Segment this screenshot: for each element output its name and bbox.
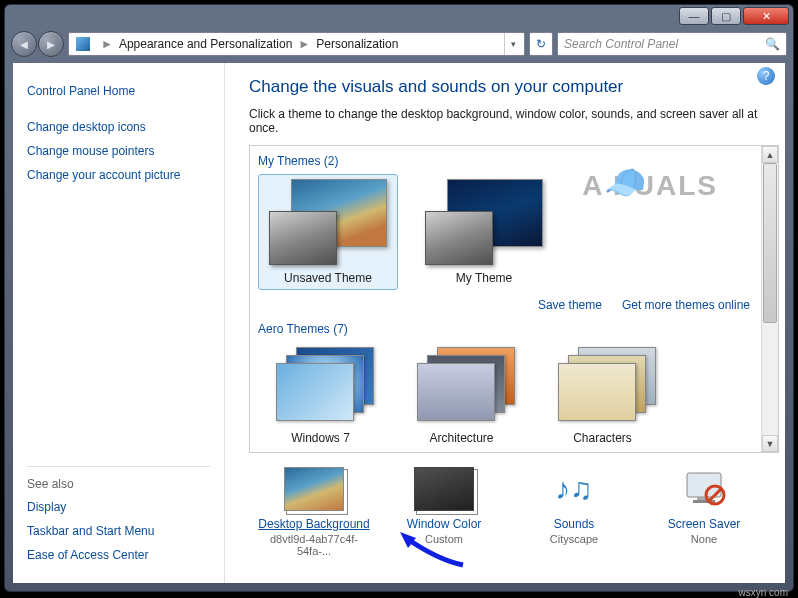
footer-options: Desktop Background d8vtl9d-4ab77c4f-54fa… [249,453,779,557]
theme-architecture[interactable]: Architecture [399,342,524,450]
window-frame: — ▢ ✕ ◄ ► ► Appearance and Personalizati… [4,4,794,592]
sidebar-link-account-picture[interactable]: Change your account picture [27,163,210,187]
window-color-option[interactable]: Window Color Custom [384,467,504,557]
vertical-scrollbar[interactable]: ▲ ▼ [761,146,778,452]
sounds-option[interactable]: ♪♫ Sounds Cityscape [514,467,634,557]
desktop-background-value: d8vtl9d-4ab77c4f-54fa-... [254,531,374,557]
search-placeholder: Search Control Panel [564,37,678,51]
control-panel-icon [75,36,91,52]
sidebar-link-desktop-icons[interactable]: Change desktop icons [27,115,210,139]
theme-windows7[interactable]: Windows 7 [258,342,383,450]
refresh-button[interactable]: ↻ [529,32,553,56]
theme-thumbnail [550,347,656,425]
sounds-value: Cityscape [514,531,634,545]
minimize-button[interactable]: — [679,7,709,25]
navigation-bar: ◄ ► ► Appearance and Personalization ► P… [5,27,793,61]
breadcrumb-level1[interactable]: Appearance and Personalization [119,37,292,51]
breadcrumb-sep: ► [292,37,316,51]
theme-links: Save theme Get more themes online [258,296,778,318]
theme-label: Architecture [404,431,519,445]
theme-thumbnail [268,347,374,425]
breadcrumb-sep: ► [95,37,119,51]
sidebar-link-taskbar[interactable]: Taskbar and Start Menu [27,519,210,543]
back-button[interactable]: ◄ [11,31,37,57]
save-theme-link[interactable]: Save theme [538,298,602,312]
close-button[interactable]: ✕ [743,7,789,25]
see-also-label: See also [27,466,210,495]
watermark: A PUALS 🧢 [582,170,718,202]
theme-label: My Theme [419,271,549,285]
theme-label: Windows 7 [263,431,378,445]
screensaver-option[interactable]: Screen Saver None [644,467,764,557]
theme-thumbnail [269,179,387,265]
theme-thumbnail [425,179,543,265]
desktop-background-link[interactable]: Desktop Background [258,517,369,531]
page-title: Change the visuals and sounds on your co… [249,77,779,97]
titlebar: — ▢ ✕ [5,5,793,27]
scroll-down-button[interactable]: ▼ [762,435,778,452]
theme-characters[interactable]: Characters [540,342,665,450]
breadcrumb-level2[interactable]: Personalization [316,37,398,51]
breadcrumb-dropdown[interactable]: ▾ [504,33,522,55]
theme-label: Characters [545,431,660,445]
get-more-themes-link[interactable]: Get more themes online [622,298,750,312]
theme-label: Unsaved Theme [263,271,393,285]
desktop-background-icon [284,467,344,511]
search-input[interactable]: Search Control Panel 🔍 [557,32,787,56]
window-color-icon [414,467,474,511]
help-icon[interactable]: ? [757,67,775,85]
theme-mytheme[interactable]: My Theme [414,174,554,290]
forward-button[interactable]: ► [38,31,64,57]
footer-watermark: wsxyn com [739,587,788,598]
theme-unsaved[interactable]: Unsaved Theme [258,174,398,290]
theme-thumbnail [409,347,515,425]
scrollbar-thumb[interactable] [763,163,777,323]
nav-arrows: ◄ ► [11,31,64,57]
aero-themes-label: Aero Themes (7) [258,318,778,342]
desktop-background-option[interactable]: Desktop Background d8vtl9d-4ab77c4f-54fa… [254,467,374,557]
sidebar: Control Panel Home Change desktop icons … [13,63,225,583]
screensaver-icon [674,467,734,511]
scroll-up-button[interactable]: ▲ [762,146,778,163]
page-intro: Click a theme to change the desktop back… [249,107,779,135]
main-panel: ? Change the visuals and sounds on your … [225,63,785,583]
sidebar-link-ease-of-access[interactable]: Ease of Access Center [27,543,210,567]
window-color-link[interactable]: Window Color [407,517,482,531]
search-icon: 🔍 [765,37,780,51]
themes-list: A PUALS 🧢 My Themes (2) Unsaved Theme [249,145,779,453]
maximize-button[interactable]: ▢ [711,7,741,25]
control-panel-home-link[interactable]: Control Panel Home [27,79,210,103]
scrollbar-track[interactable] [762,163,778,435]
aero-themes-row: Windows 7 Architecture Characters [258,342,778,453]
sounds-link[interactable]: Sounds [554,517,595,531]
screensaver-link[interactable]: Screen Saver [668,517,741,531]
window-color-value: Custom [384,531,504,545]
breadcrumb[interactable]: ► Appearance and Personalization ► Perso… [68,32,525,56]
screensaver-value: None [644,531,764,545]
content-area: Control Panel Home Change desktop icons … [13,63,785,583]
sidebar-link-mouse-pointers[interactable]: Change mouse pointers [27,139,210,163]
sidebar-link-display[interactable]: Display [27,495,210,519]
sounds-icon: ♪♫ [544,467,604,511]
